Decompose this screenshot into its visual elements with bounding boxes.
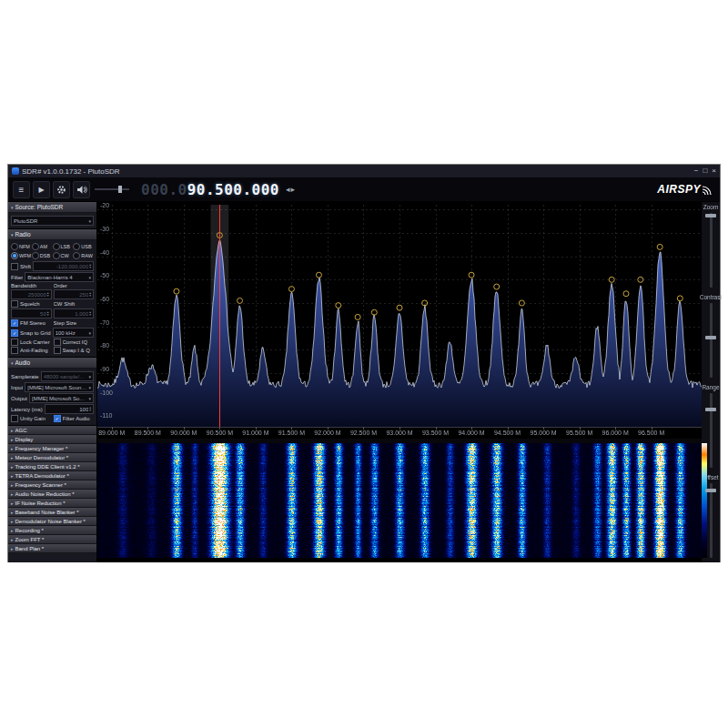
checkbox[interactable] xyxy=(54,347,61,354)
contrast-slider[interactable] xyxy=(710,303,713,378)
panel-title: AGC xyxy=(15,428,27,433)
freq-step-left-button[interactable]: ◂ xyxy=(286,185,290,194)
mute-button[interactable] xyxy=(73,181,90,198)
panel-header-demodulator-noise-blanker[interactable]: ▸Demodulator Noise Blanker * xyxy=(8,517,96,526)
volume-thumb[interactable] xyxy=(118,186,122,193)
maximize-button[interactable]: □ xyxy=(703,167,707,176)
offset-slider[interactable] xyxy=(710,483,713,558)
text-field[interactable]: 1,000▴▾ xyxy=(54,308,95,318)
frequency-step-buttons: ◂ ▸ xyxy=(286,185,295,194)
mode-nfm[interactable]: NFM xyxy=(11,243,32,250)
panel-header-agc[interactable]: ▸AGC xyxy=(8,426,96,435)
dropdown[interactable]: [MME] Microsoft Sound Mapper▾ xyxy=(29,393,94,403)
expand-icon: ▸ xyxy=(11,528,14,533)
expand-icon: ▸ xyxy=(11,446,14,451)
expand-icon: ▸ xyxy=(11,428,14,433)
label: Correct IQ xyxy=(63,339,88,345)
sdrsharp-window: SDR# v1.0.0.1732 - PlutoSDR − □ × ≡ ▶ xyxy=(7,164,721,562)
play-button[interactable]: ▶ xyxy=(33,181,50,198)
zoom-slider[interactable] xyxy=(710,213,713,288)
expand-icon: ▸ xyxy=(11,482,14,488)
panel-title: Audio Noise Reduction * xyxy=(15,491,75,497)
checkbox[interactable]: ✓ xyxy=(54,415,61,422)
expand-icon: ▸ xyxy=(11,455,14,460)
gear-icon xyxy=(56,185,66,195)
label: Filter Audio xyxy=(63,416,90,421)
freq-step-right-button[interactable]: ▸ xyxy=(291,185,296,194)
panel-header-frequency-scanner[interactable]: ▸Frequency Scanner * xyxy=(8,480,96,490)
frequency-dim-digits: 000.0 xyxy=(141,181,187,198)
menu-button[interactable]: ≡ xyxy=(13,181,30,198)
panel-header-band-plan[interactable]: ▸Band Plan * xyxy=(8,544,96,553)
range-slider[interactable] xyxy=(710,393,713,468)
panel-header-baseband-noise-blanker[interactable]: ▸Baseband Noise Blanker * xyxy=(8,508,96,517)
mode-raw[interactable]: RAW xyxy=(73,252,94,259)
dropdown[interactable]: PlutoSDR▾ xyxy=(11,216,94,226)
minimize-button[interactable]: − xyxy=(694,167,699,176)
titlebar[interactable]: SDR# v1.0.0.1732 - PlutoSDR − □ × xyxy=(8,165,720,177)
speaker-icon xyxy=(76,185,87,195)
volume-slider[interactable] xyxy=(95,183,129,196)
spinner[interactable]: ▴▾ xyxy=(47,292,49,298)
spinner[interactable]: ▴▾ xyxy=(89,311,91,317)
spectrum-display[interactable] xyxy=(97,202,702,439)
checkbox[interactable] xyxy=(11,347,18,354)
panel-header-display[interactable]: ▸Display xyxy=(8,435,96,444)
slider-thumb[interactable] xyxy=(705,336,716,339)
waterfall-display[interactable] xyxy=(97,443,702,558)
menu-icon: ≡ xyxy=(19,185,25,195)
label: Input xyxy=(11,385,23,390)
checkbox[interactable] xyxy=(54,339,61,346)
mode-wfm[interactable]: WFM xyxy=(11,252,32,259)
panel-header-tracking-dde-client-v1-2[interactable]: ▸Tracking DDE Client v1.2 * xyxy=(8,462,96,471)
panel-header-frequency-manager[interactable]: ▸Frequency Manager * xyxy=(8,444,96,453)
spinner[interactable]: ▴▾ xyxy=(89,292,91,298)
panel-header-audio[interactable]: ▾Audio xyxy=(8,358,96,369)
panel-header-tetra-demodulator[interactable]: ▸TETRA Demodulator * xyxy=(8,471,96,480)
label: Unity Gain xyxy=(20,416,46,421)
checkbox[interactable]: ✓ xyxy=(11,319,18,327)
dropdown[interactable]: Blackman-Harris 4▾ xyxy=(25,272,94,282)
toolbar: ≡ ▶ 000.090.500.000 ◂ xyxy=(8,177,720,202)
text-field[interactable]: 50▴▾ xyxy=(11,308,52,318)
collapse-icon: ▾ xyxy=(11,360,14,366)
text-field[interactable]: -120,000,000▴▾ xyxy=(33,261,94,271)
slider-thumb[interactable] xyxy=(705,214,716,217)
slider-thumb[interactable] xyxy=(705,408,716,411)
checkbox[interactable] xyxy=(11,300,18,308)
text-field[interactable]: 250▴▾ xyxy=(54,289,95,299)
dropdown[interactable]: 100 kHz▾ xyxy=(53,328,94,338)
text-field[interactable]: 250000▴▾ xyxy=(11,289,52,299)
checkbox[interactable] xyxy=(11,339,18,346)
text-field[interactable]: 100▴▾ xyxy=(45,404,94,414)
checkbox[interactable]: ✓ xyxy=(11,329,18,337)
mode-usb[interactable]: USB xyxy=(73,243,94,250)
label: Lock Carrier xyxy=(20,339,50,345)
mode-am[interactable]: AM xyxy=(32,243,53,250)
spinner[interactable]: ▴▾ xyxy=(89,264,91,269)
label: Bandwidth xyxy=(11,283,52,288)
dropdown[interactable]: [MME] Microsoft Sound Mapper▾ xyxy=(25,382,94,392)
mode-dsb[interactable]: DSB xyxy=(32,252,53,259)
panel-header-source-plutosdr[interactable]: ▾Source: PlutoSDR xyxy=(8,202,96,213)
slider-thumb[interactable] xyxy=(705,489,716,492)
spinner[interactable]: ▴▾ xyxy=(89,407,91,412)
frequency-display[interactable]: 000.090.500.000 xyxy=(141,181,279,198)
settings-button[interactable] xyxy=(53,181,70,198)
panel-header-recording[interactable]: ▸Recording * xyxy=(8,526,96,535)
spinner[interactable]: ▴▾ xyxy=(47,311,49,317)
mode-cw[interactable]: CW xyxy=(53,252,74,259)
close-button[interactable]: × xyxy=(712,167,716,176)
panel-header-radio[interactable]: ▾Radio xyxy=(8,229,96,240)
panel-header-if-noise-reduction[interactable]: ▸IF Noise Reduction * xyxy=(8,499,96,508)
panel-header-meteor-demodulator[interactable]: ▸Meteor Demodulator * xyxy=(8,453,96,462)
dropdown[interactable]: 48000 sample/sec▾ xyxy=(41,371,94,381)
panel-header-zoom-fft[interactable]: ▸Zoom FFT * xyxy=(8,535,96,544)
mode-lsb[interactable]: LSB xyxy=(53,243,74,250)
slider-label: Contrast xyxy=(700,294,723,300)
panel-header-audio-noise-reduction[interactable]: ▸Audio Noise Reduction * xyxy=(8,490,96,499)
checkbox[interactable] xyxy=(11,263,18,270)
play-icon: ▶ xyxy=(38,186,44,194)
checkbox[interactable] xyxy=(11,415,18,422)
panel-title: Baseband Noise Blanker * xyxy=(15,510,79,515)
